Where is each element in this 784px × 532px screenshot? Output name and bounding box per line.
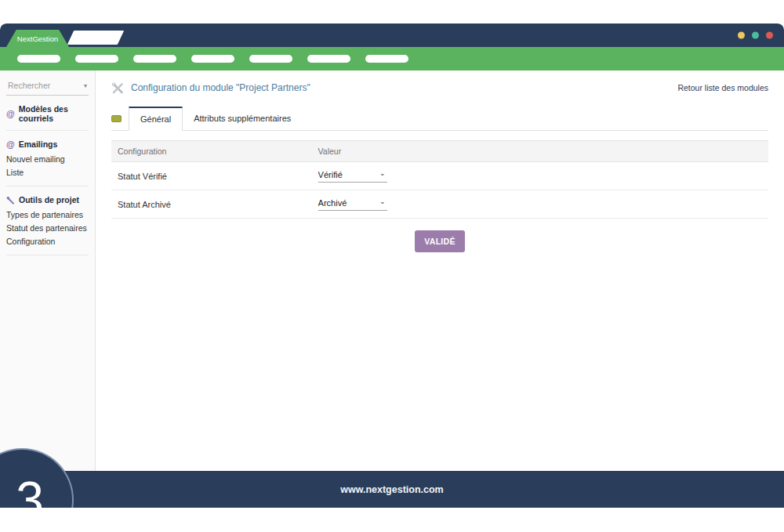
statut-verifie-select[interactable]: Vérifié: [318, 169, 387, 182]
sidebar-group-emailings: @ Emailings Nouvel emailing Liste: [6, 131, 89, 186]
sidebar-group-label: Emailings: [19, 139, 58, 149]
statut-archive-select[interactable]: Archivé: [318, 197, 387, 210]
table-header-row: Configuration Valeur: [111, 141, 768, 162]
sidebar-group-outils: Outils de projet Types de partenaires St…: [6, 186, 89, 255]
row-label-statut-verifie: Statut Vérifié: [111, 162, 312, 190]
titlebar: NextGestion: [0, 24, 784, 47]
card-icon: [111, 115, 122, 122]
column-header-configuration: Configuration: [111, 141, 312, 162]
tools-icon: [6, 196, 15, 204]
nav-pill[interactable]: [365, 55, 408, 63]
statut-verifie-select-wrap: Vérifié ⌄: [318, 169, 387, 183]
tab-general[interactable]: Général: [129, 107, 183, 131]
sidebar-item-statut-partenaires[interactable]: Statut des partenaires: [6, 221, 89, 234]
tools-crossed-icon: [111, 81, 124, 94]
at-icon: @: [6, 109, 15, 118]
table-row: Statut Vérifié Vérifié ⌄: [111, 162, 768, 190]
search-select[interactable]: Rechercher ▾: [6, 78, 89, 96]
config-table: Configuration Valeur Statut Vérifié Véri…: [111, 140, 768, 219]
sidebar-item-nouvel-emailing[interactable]: Nouvel emailing: [6, 152, 89, 165]
window-dot-green[interactable]: [752, 32, 759, 39]
nav-pill[interactable]: [191, 55, 234, 63]
sidebar-group-modeles: @ Modèles des courriels: [6, 96, 89, 131]
tab-attributs-supplementaires[interactable]: Attributs supplémentaires: [183, 107, 302, 129]
sidebar-item-modeles-courriels[interactable]: @ Modèles des courriels: [6, 104, 89, 123]
column-header-valeur: Valeur: [312, 141, 768, 162]
page-number: 3: [16, 475, 44, 508]
main-navbar: [0, 47, 784, 71]
nav-pill[interactable]: [133, 55, 176, 63]
row-label-statut-archive: Statut Archivé: [111, 190, 312, 219]
app-window: NextGestion Rechercher ▾ @ Modèles des c…: [0, 24, 784, 508]
footer-url[interactable]: www.nextgestion.com: [340, 484, 444, 495]
sidebar-group-label: Modèles des courriels: [19, 104, 89, 123]
window-dot-yellow[interactable]: [738, 32, 745, 39]
ghost-tab: [67, 31, 124, 45]
sidebar-item-outils-projet[interactable]: Outils de projet: [6, 195, 89, 204]
footer: www.nextgestion.com: [0, 471, 784, 508]
sidebar-group-label: Outils de projet: [19, 195, 79, 204]
page-title: Configuration du module "Project Partner…: [131, 82, 310, 93]
nav-pill[interactable]: [17, 55, 60, 63]
at-icon: @: [6, 139, 15, 149]
sidebar-item-emailings[interactable]: @ Emailings: [6, 139, 89, 149]
back-to-modules-link[interactable]: Retour liste des modules: [677, 83, 768, 92]
sidebar-item-types-partenaires[interactable]: Types de partenaires: [6, 208, 89, 221]
statut-archive-select-wrap: Archivé ⌄: [318, 197, 387, 211]
validate-button[interactable]: VALIDÉ: [415, 230, 465, 252]
nav-pill[interactable]: [307, 55, 350, 63]
table-row: Statut Archivé Archivé ⌄: [111, 190, 768, 219]
sidebar-item-configuration[interactable]: Configuration: [6, 234, 89, 248]
caret-down-icon: ▾: [84, 82, 87, 89]
nav-pill[interactable]: [75, 55, 118, 63]
window-dot-red[interactable]: [766, 32, 773, 39]
search-placeholder: Rechercher: [8, 81, 50, 90]
sidebar: Rechercher ▾ @ Modèles des courriels @ E…: [0, 71, 96, 471]
window-dots: [738, 32, 773, 39]
brand-tab[interactable]: NextGestion: [6, 30, 69, 47]
nav-pill[interactable]: [249, 55, 292, 63]
sidebar-item-liste[interactable]: Liste: [6, 165, 89, 179]
tabstrip: Général Attributs supplémentaires: [111, 107, 768, 131]
main-panel: Configuration du module "Project Partner…: [96, 71, 784, 471]
